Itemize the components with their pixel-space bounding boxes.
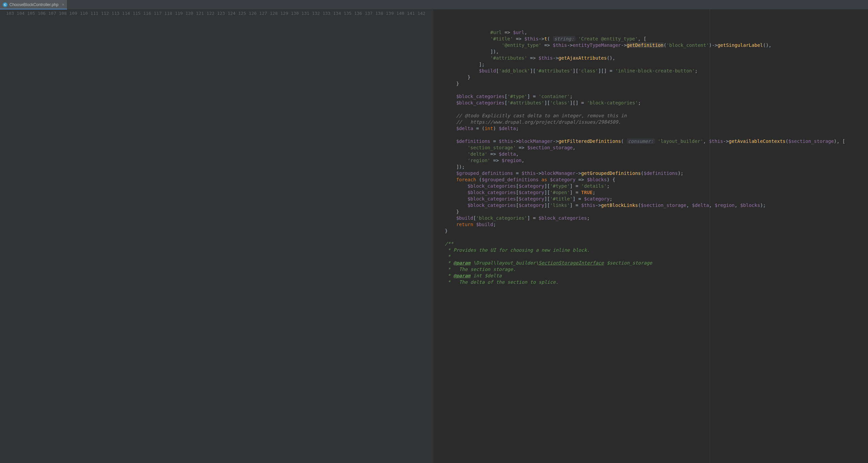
code-line[interactable]: $block_categories[$category]['links'] = …	[433, 202, 868, 209]
code-line[interactable]: ]),	[433, 49, 868, 55]
editor-tab[interactable]: C ChooseBlockController.php ×	[0, 0, 67, 9]
code-line[interactable]: * The delta of the section to splice.	[433, 279, 868, 285]
code-line[interactable]	[433, 132, 868, 138]
editor[interactable]: 103 104 105 106 107 108 109 110 111 112 …	[0, 9, 868, 463]
code-line[interactable]: * The section storage.	[433, 266, 868, 273]
php-file-icon: C	[3, 2, 7, 7]
code-line[interactable]: $block_categories['#type'] = 'container'…	[433, 93, 868, 100]
gutter: 103 104 105 106 107 108 109 110 111 112 …	[0, 9, 433, 463]
code-line[interactable]: $grouped_definitions = $this->blockManag…	[433, 170, 868, 177]
code-line[interactable]: $block_categories[$category]['#title'] =…	[433, 196, 868, 202]
code-area[interactable]: #url => $url, '#title' => $this->t( stri…	[433, 9, 868, 463]
code-line[interactable]: 'section_storage' => $section_storage,	[433, 145, 868, 151]
code-line[interactable]: /**	[433, 241, 868, 247]
close-icon[interactable]: ×	[62, 2, 64, 7]
code-line[interactable]: * Provides the UI for choosing a new inl…	[433, 247, 868, 253]
fold-column[interactable]	[429, 10, 433, 463]
code-line[interactable]: $block_categories[$category]['#open'] = …	[433, 189, 868, 196]
code-line[interactable]: 'region' => $region,	[433, 157, 868, 164]
code-line[interactable]: }	[433, 228, 868, 234]
code-line[interactable]: '@entity_type' => $this->entityTypeManag…	[433, 42, 868, 49]
code-line[interactable]: $build['block_categories'] = $block_cate…	[433, 215, 868, 221]
code-line[interactable]: // https://www.drupal.org/project/drupal…	[433, 119, 868, 125]
code-line[interactable]	[433, 87, 868, 93]
line-numbers: 103 104 105 106 107 108 109 110 111 112 …	[0, 10, 429, 463]
code-line[interactable]: *	[433, 253, 868, 260]
code-line[interactable]: * @param int $delta	[433, 273, 868, 279]
code-line[interactable]: $block_categories['#attributes']['class'…	[433, 100, 868, 106]
code-line[interactable]: * @param \Drupal\layout_builder\SectionS…	[433, 260, 868, 266]
code-line[interactable]: $build['add_block']['#attributes']['clas…	[433, 68, 868, 74]
code-line[interactable]: ];	[433, 61, 868, 68]
code-line[interactable]: foreach ($grouped_definitions as $catego…	[433, 177, 868, 183]
right-margin-guide	[710, 9, 710, 463]
code-line[interactable]: $delta = (int) $delta;	[433, 125, 868, 132]
code-line[interactable]: '#title' => $this->t( string: 'Create @e…	[433, 36, 868, 42]
code-line[interactable]: }	[433, 81, 868, 87]
tab-bar: C ChooseBlockController.php ×	[0, 0, 868, 9]
code-line[interactable]: }	[433, 74, 868, 81]
code-line[interactable]: #url => $url,	[433, 29, 868, 36]
code-line[interactable]: '#attributes' => $this->getAjaxAttribute…	[433, 55, 868, 61]
code-line[interactable]: // @todo Explicitly cast delta to an int…	[433, 113, 868, 119]
code-line[interactable]: return $build;	[433, 221, 868, 228]
tab-filename: ChooseBlockController.php	[9, 2, 58, 7]
code-line[interactable]	[433, 234, 868, 241]
code-line[interactable]: }	[433, 209, 868, 215]
code-line[interactable]: $block_categories[$category]['#type'] = …	[433, 183, 868, 189]
code-line[interactable]: 'delta' => $delta,	[433, 151, 868, 157]
code-line[interactable]	[433, 106, 868, 113]
code-line[interactable]: $definitions = $this->blockManager->getF…	[433, 138, 868, 145]
code-line[interactable]: ]);	[433, 164, 868, 170]
